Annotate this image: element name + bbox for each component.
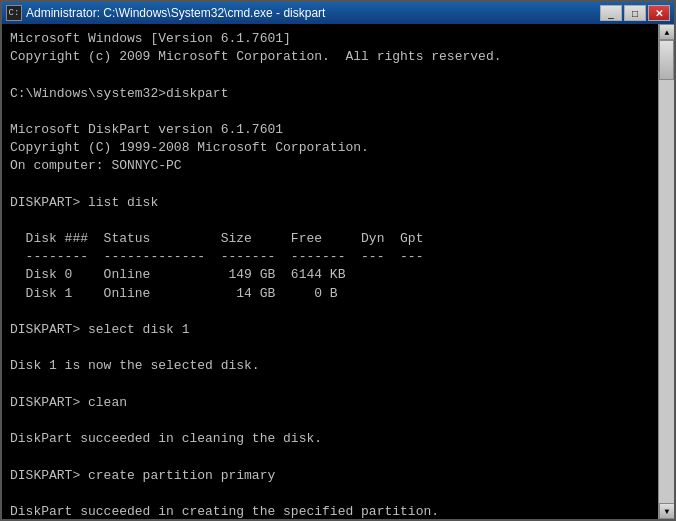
terminal-line — [10, 103, 650, 121]
terminal-line — [10, 412, 650, 430]
cmd-window: C: Administrator: C:\Windows\System32\cm… — [0, 0, 676, 521]
terminal-line — [10, 66, 650, 84]
scroll-thumb[interactable] — [659, 40, 674, 80]
terminal-line: Copyright (c) 2009 Microsoft Corporation… — [10, 48, 650, 66]
terminal-line — [10, 176, 650, 194]
maximize-button[interactable]: □ — [624, 5, 646, 21]
terminal-line: DISKPART> select disk 1 — [10, 321, 650, 339]
terminal-output[interactable]: Microsoft Windows [Version 6.1.7601]Copy… — [2, 24, 658, 519]
terminal-line: DISKPART> clean — [10, 394, 650, 412]
terminal-line — [10, 376, 650, 394]
terminal-line — [10, 485, 650, 503]
terminal-line: Microsoft DiskPart version 6.1.7601 — [10, 121, 650, 139]
title-bar: C: Administrator: C:\Windows\System32\cm… — [2, 2, 674, 24]
window-icon: C: — [6, 5, 22, 21]
window-title: Administrator: C:\Windows\System32\cmd.e… — [26, 6, 325, 20]
scroll-track[interactable] — [659, 40, 674, 503]
terminal-line: Disk 0 Online 149 GB 6144 KB — [10, 266, 650, 284]
scroll-down-button[interactable]: ▼ — [659, 503, 674, 519]
terminal-line: Disk ### Status Size Free Dyn Gpt — [10, 230, 650, 248]
terminal-line — [10, 339, 650, 357]
terminal-line: Disk 1 Online 14 GB 0 B — [10, 285, 650, 303]
terminal-line: DiskPart succeeded in creating the speci… — [10, 503, 650, 519]
title-bar-buttons: _ □ ✕ — [600, 5, 670, 21]
terminal-line — [10, 212, 650, 230]
terminal-line: DiskPart succeeded in cleaning the disk. — [10, 430, 650, 448]
terminal-line: DISKPART> list disk — [10, 194, 650, 212]
content-area: Microsoft Windows [Version 6.1.7601]Copy… — [2, 24, 674, 519]
terminal-line: Microsoft Windows [Version 6.1.7601] — [10, 30, 650, 48]
title-bar-left: C: Administrator: C:\Windows\System32\cm… — [6, 5, 325, 21]
terminal-line: C:\Windows\system32>diskpart — [10, 85, 650, 103]
terminal-line: Copyright (C) 1999-2008 Microsoft Corpor… — [10, 139, 650, 157]
terminal-line: On computer: SONNYC-PC — [10, 157, 650, 175]
scroll-up-button[interactable]: ▲ — [659, 24, 674, 40]
terminal-line — [10, 448, 650, 466]
minimize-button[interactable]: _ — [600, 5, 622, 21]
terminal-line — [10, 303, 650, 321]
close-button[interactable]: ✕ — [648, 5, 670, 21]
terminal-line: DISKPART> create partition primary — [10, 467, 650, 485]
terminal-line: -------- ------------- ------- ------- -… — [10, 248, 650, 266]
terminal-line: Disk 1 is now the selected disk. — [10, 357, 650, 375]
scrollbar[interactable]: ▲ ▼ — [658, 24, 674, 519]
